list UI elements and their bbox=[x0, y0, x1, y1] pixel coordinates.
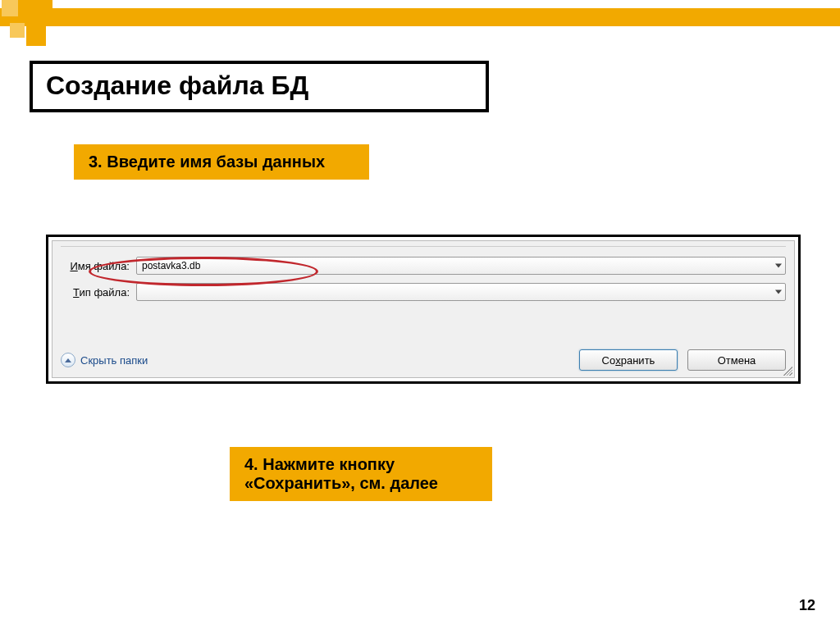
slide-title: Создание файла БД bbox=[46, 71, 308, 100]
filetype-label: Тип файла: bbox=[61, 286, 130, 299]
filename-input[interactable]: postavka3.db bbox=[136, 257, 786, 275]
step-3-text: 3. Введите имя базы данных bbox=[89, 153, 325, 171]
header-square bbox=[18, 0, 41, 23]
filename-value: postavka3.db bbox=[142, 260, 200, 271]
header-square bbox=[41, 0, 52, 11]
resize-grip-icon[interactable] bbox=[781, 364, 792, 376]
step-3-callout: 3. Введите имя базы данных bbox=[74, 144, 369, 180]
slide-title-box: Создание файла БД bbox=[30, 61, 489, 112]
filename-label: Имя файла: bbox=[61, 260, 130, 272]
dialog-fields-area: Имя файла: postavka3.db Тип файла: bbox=[61, 246, 786, 336]
header-square bbox=[2, 0, 18, 16]
filename-row: Имя файла: postavka3.db bbox=[61, 257, 786, 275]
header-square bbox=[10, 23, 25, 38]
save-button[interactable]: Сохранить bbox=[579, 349, 678, 371]
hide-folders-link[interactable]: Скрыть папки bbox=[61, 353, 148, 367]
dialog-screenshot-frame: Имя файла: postavka3.db Тип файла: Скрыт… bbox=[46, 235, 801, 384]
page-number: 12 bbox=[799, 597, 815, 614]
chevron-down-icon[interactable] bbox=[775, 264, 782, 268]
chevron-down-icon[interactable] bbox=[775, 290, 782, 294]
dialog-buttons: Сохранить Отмена bbox=[579, 349, 786, 371]
step-4-callout: 4. Нажмите кнопку «Сохранить», см. далее bbox=[230, 447, 492, 501]
dialog-bottom-row: Скрыть папки Сохранить Отмена bbox=[61, 349, 786, 371]
hide-folders-text: Скрыть папки bbox=[80, 354, 148, 367]
filetype-row: Тип файла: bbox=[61, 283, 786, 301]
save-dialog: Имя файла: postavka3.db Тип файла: Скрыт… bbox=[52, 240, 795, 378]
header-square bbox=[26, 26, 46, 46]
collapse-up-icon bbox=[61, 353, 75, 367]
header-bar bbox=[0, 8, 840, 26]
step-4-text: 4. Нажмите кнопку «Сохранить», см. далее bbox=[244, 455, 438, 492]
slide-header-decoration bbox=[0, 0, 840, 41]
cancel-button[interactable]: Отмена bbox=[687, 349, 786, 371]
filetype-select[interactable] bbox=[136, 283, 786, 301]
